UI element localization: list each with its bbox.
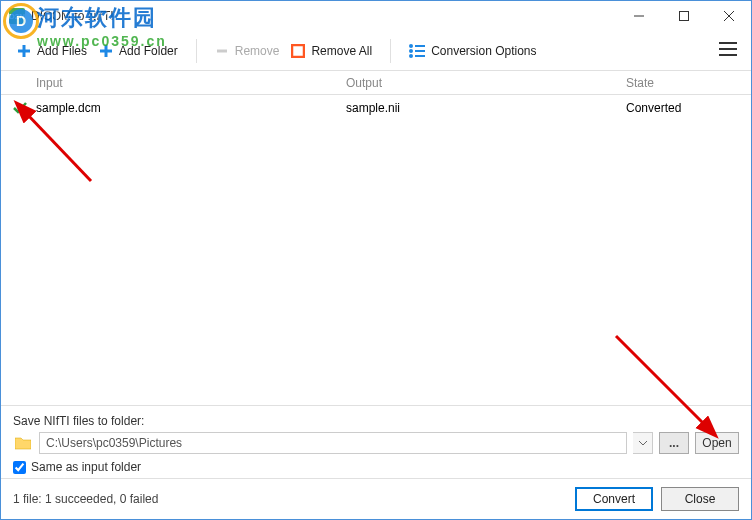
row-output: sample.nii bbox=[346, 101, 626, 115]
svg-point-12 bbox=[409, 49, 413, 53]
conversion-options-button[interactable]: Conversion Options bbox=[403, 40, 542, 62]
close-window-button[interactable] bbox=[706, 1, 751, 31]
plus-icon bbox=[99, 44, 113, 58]
path-row: ... Open bbox=[13, 432, 739, 454]
menu-button[interactable] bbox=[715, 38, 741, 63]
maximize-button[interactable] bbox=[661, 1, 706, 31]
save-panel: Save NIfTI files to folder: ... Open Sam… bbox=[1, 405, 751, 478]
add-folder-button[interactable]: Add Folder bbox=[93, 40, 184, 62]
toolbar-separator bbox=[390, 39, 391, 63]
app-icon: D2N bbox=[9, 8, 25, 24]
file-list[interactable]: sample.dcm sample.nii Converted bbox=[1, 95, 751, 405]
window-title: DICOM to NIfTI bbox=[31, 9, 616, 23]
same-as-input-checkbox[interactable] bbox=[13, 461, 26, 474]
column-input[interactable]: Input bbox=[36, 76, 346, 90]
row-state: Converted bbox=[626, 101, 751, 115]
remove-button: Remove bbox=[209, 40, 286, 62]
open-folder-button[interactable]: Open bbox=[695, 432, 739, 454]
folder-icon bbox=[13, 433, 33, 453]
toolbar-separator bbox=[196, 39, 197, 63]
add-files-button[interactable]: Add Files bbox=[11, 40, 93, 62]
table-row[interactable]: sample.dcm sample.nii Converted bbox=[1, 95, 751, 121]
svg-point-14 bbox=[409, 54, 413, 58]
same-as-input-label: Same as input folder bbox=[31, 460, 141, 474]
output-folder-input[interactable] bbox=[39, 432, 627, 454]
svg-rect-1 bbox=[679, 12, 688, 21]
close-button[interactable]: Close bbox=[661, 487, 739, 511]
square-icon bbox=[291, 44, 305, 58]
minus-icon bbox=[215, 44, 229, 58]
toolbar: Add Files Add Folder Remove Remove All C… bbox=[1, 31, 751, 71]
plus-icon bbox=[17, 44, 31, 58]
row-input: sample.dcm bbox=[36, 101, 346, 115]
column-output[interactable]: Output bbox=[346, 76, 626, 90]
window-controls bbox=[616, 1, 751, 31]
svg-rect-9 bbox=[292, 45, 304, 57]
table-header: Input Output State bbox=[1, 71, 751, 95]
list-icon bbox=[409, 44, 425, 58]
save-folder-label: Save NIfTI files to folder: bbox=[13, 414, 739, 428]
browse-button[interactable]: ... bbox=[659, 432, 689, 454]
add-folder-label: Add Folder bbox=[119, 44, 178, 58]
check-icon bbox=[13, 102, 36, 114]
convert-button[interactable]: Convert bbox=[575, 487, 653, 511]
titlebar: D2N DICOM to NIfTI bbox=[1, 1, 751, 31]
column-state[interactable]: State bbox=[626, 76, 751, 90]
remove-all-label: Remove All bbox=[311, 44, 372, 58]
folder-dropdown-button[interactable] bbox=[633, 432, 653, 454]
minimize-button[interactable] bbox=[616, 1, 661, 31]
remove-label: Remove bbox=[235, 44, 280, 58]
status-text: 1 file: 1 succeeded, 0 failed bbox=[13, 492, 567, 506]
hamburger-icon bbox=[719, 42, 737, 56]
conversion-options-label: Conversion Options bbox=[431, 44, 536, 58]
footer: 1 file: 1 succeeded, 0 failed Convert Cl… bbox=[1, 478, 751, 518]
add-files-label: Add Files bbox=[37, 44, 87, 58]
chevron-down-icon bbox=[639, 441, 647, 446]
same-as-input-row[interactable]: Same as input folder bbox=[13, 460, 739, 474]
remove-all-button[interactable]: Remove All bbox=[285, 40, 378, 62]
svg-point-10 bbox=[409, 44, 413, 48]
